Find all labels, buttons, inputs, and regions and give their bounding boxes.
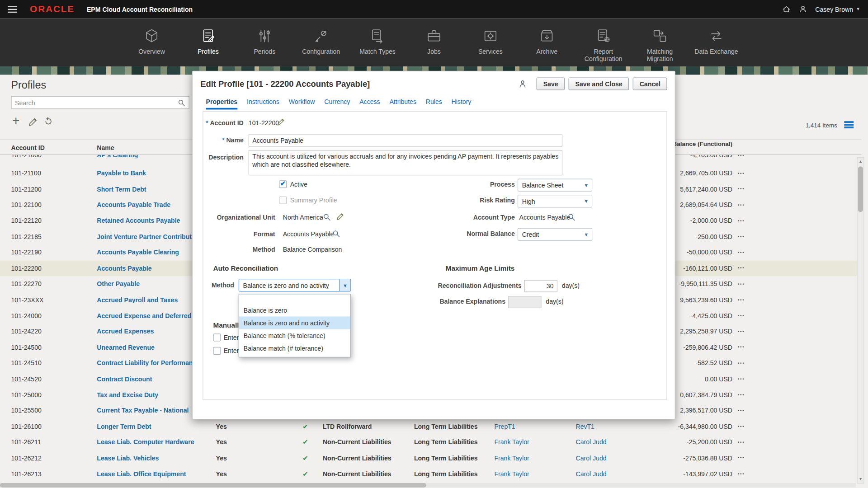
profile-name-link[interactable]: Longer Term Debt bbox=[97, 423, 216, 430]
format-search-icon[interactable] bbox=[332, 230, 340, 238]
reviewer-link[interactable]: Carol Judd bbox=[576, 471, 655, 478]
tab-workflow[interactable]: Workflow bbox=[289, 99, 315, 109]
nav-item-configuration[interactable]: Configuration bbox=[293, 28, 349, 62]
row-actions-button[interactable]: ••• bbox=[732, 218, 750, 223]
reviewer-link[interactable]: Carol Judd bbox=[576, 439, 655, 446]
enter-subsystem-balances-checkbox[interactable] bbox=[213, 347, 221, 355]
search-input[interactable] bbox=[15, 99, 178, 106]
vertical-scrollbar[interactable]: ▲ ▼ bbox=[857, 157, 864, 483]
scroll-down-arrow[interactable]: ▼ bbox=[858, 475, 863, 483]
reviewer-link[interactable]: RevT1 bbox=[576, 423, 655, 430]
row-actions-button[interactable]: ••• bbox=[732, 392, 750, 397]
org-unit-search-icon[interactable] bbox=[323, 213, 331, 221]
row-actions-button[interactable]: ••• bbox=[732, 234, 750, 239]
row-actions-button[interactable]: ••• bbox=[732, 266, 750, 271]
user-menu[interactable]: Casey Brown ▼ bbox=[815, 6, 860, 13]
nav-item-profiles[interactable]: Profiles bbox=[180, 28, 236, 62]
preparer-link[interactable]: Frank Taylor bbox=[494, 471, 576, 478]
dropdown-option-blank[interactable] bbox=[239, 296, 350, 304]
tab-properties[interactable]: Properties bbox=[206, 99, 238, 109]
dropdown-option[interactable]: Balance match (% tolerance) bbox=[239, 329, 350, 342]
auto-method-select[interactable]: Balance is zero and no activity ▼ bbox=[239, 279, 351, 291]
nav-item-services[interactable]: Services bbox=[462, 28, 519, 62]
row-actions-button[interactable]: ••• bbox=[732, 361, 750, 366]
name-input[interactable] bbox=[249, 135, 562, 147]
nav-item-jobs[interactable]: Jobs bbox=[406, 28, 462, 62]
nav-item-periods[interactable]: Periods bbox=[236, 28, 293, 62]
row-actions-button[interactable]: ••• bbox=[732, 250, 750, 255]
row-actions-button[interactable]: ••• bbox=[732, 424, 750, 429]
balance-explanations-input[interactable] bbox=[508, 296, 541, 308]
scroll-up-arrow[interactable]: ▲ bbox=[858, 158, 863, 165]
vertical-scroll-thumb[interactable] bbox=[858, 167, 863, 212]
nav-item-match-types[interactable]: Match Types bbox=[349, 28, 406, 62]
reconciliation-adjustments-input[interactable] bbox=[524, 280, 557, 292]
row-actions-button[interactable]: ••• bbox=[732, 297, 750, 302]
table-row[interactable]: 101-26213Lease Liab. Office EquipmentYes… bbox=[0, 466, 861, 482]
summary-profile-checkbox[interactable] bbox=[279, 197, 287, 204]
add-profile-button[interactable]: + bbox=[12, 114, 19, 126]
risk-rating-select[interactable]: High ▼ bbox=[518, 195, 592, 207]
row-actions-button[interactable]: ••• bbox=[732, 187, 750, 192]
nav-item-archive[interactable]: Archive bbox=[519, 28, 575, 62]
cancel-button[interactable]: Cancel bbox=[633, 77, 667, 90]
row-actions-button[interactable]: ••• bbox=[732, 345, 750, 350]
enter-source-system-balances-checkbox[interactable] bbox=[213, 333, 221, 341]
dropdown-option[interactable]: Balance match (# tolerance) bbox=[239, 342, 350, 355]
description-input[interactable]: This account is utilized for various acc… bbox=[249, 150, 562, 175]
account-type-search-icon[interactable] bbox=[567, 213, 576, 221]
horizontal-scrollbar[interactable] bbox=[0, 483, 856, 488]
row-actions-button[interactable]: ••• bbox=[732, 313, 750, 318]
tab-rules[interactable]: Rules bbox=[426, 99, 442, 109]
edit-account-id-pencil-icon[interactable] bbox=[277, 118, 285, 126]
tab-attributes[interactable]: Attributes bbox=[389, 99, 416, 109]
org-unit-pencil-icon[interactable] bbox=[336, 212, 344, 221]
table-row[interactable]: 101-26100Longer Term DebtYes✔LTD Rollfor… bbox=[0, 418, 861, 434]
nav-item-matching-migration[interactable]: Matching Migration bbox=[632, 28, 688, 62]
process-select[interactable]: Balance Sheet ▼ bbox=[518, 179, 592, 192]
tab-instructions[interactable]: Instructions bbox=[247, 99, 279, 109]
refresh-button[interactable] bbox=[44, 117, 53, 126]
nav-item-report-configuration[interactable]: Report Configuration bbox=[575, 28, 632, 62]
table-row[interactable]: 101-26212Lease Liab. VehiclesYes✔Non-Cur… bbox=[0, 450, 861, 466]
row-actions-button[interactable]: ••• bbox=[732, 329, 750, 334]
edit-profile-button[interactable] bbox=[28, 117, 38, 127]
table-row[interactable]: 101-26211Lease Liab. Computer HardwareYe… bbox=[0, 434, 861, 450]
normal-balance-select[interactable]: Credit ▼ bbox=[518, 228, 592, 240]
save-and-close-button[interactable]: Save and Close bbox=[569, 77, 629, 90]
active-checkbox[interactable] bbox=[279, 180, 287, 188]
header-account-id[interactable]: Account ID bbox=[11, 145, 44, 151]
profile-actions-icon[interactable] bbox=[519, 80, 528, 89]
profile-name-link[interactable]: Lease Liab. Vehicles bbox=[97, 455, 216, 462]
row-actions-button[interactable]: ••• bbox=[732, 155, 750, 158]
nav-item-data-exchange[interactable]: Data Exchange bbox=[688, 28, 745, 62]
header-name[interactable]: Name bbox=[97, 145, 114, 151]
tab-access[interactable]: Access bbox=[359, 99, 380, 109]
preparer-link[interactable]: Frank Taylor bbox=[494, 455, 576, 462]
row-actions-button[interactable]: ••• bbox=[732, 471, 750, 476]
preparer-link[interactable]: PrepT1 bbox=[494, 423, 576, 430]
preparer-link[interactable]: Frank Taylor bbox=[494, 439, 576, 446]
list-view-icon[interactable] bbox=[843, 119, 855, 131]
horizontal-scroll-thumb[interactable] bbox=[0, 483, 426, 488]
tab-history[interactable]: History bbox=[452, 99, 472, 109]
user-icon[interactable] bbox=[799, 5, 807, 13]
home-icon[interactable] bbox=[782, 5, 790, 13]
row-actions-button[interactable]: ••• bbox=[732, 202, 750, 207]
row-actions-button[interactable]: ••• bbox=[732, 455, 750, 460]
row-actions-button[interactable]: ••• bbox=[732, 282, 750, 286]
save-button[interactable]: Save bbox=[537, 77, 565, 90]
search-icon[interactable] bbox=[178, 99, 185, 107]
profile-name-link[interactable]: Lease Liab. Computer Hardware bbox=[97, 439, 216, 446]
dropdown-option[interactable]: Balance is zero bbox=[239, 304, 350, 316]
dropdown-option[interactable]: Balance is zero and no activity bbox=[239, 316, 350, 329]
row-actions-button[interactable]: ••• bbox=[732, 440, 750, 445]
profile-name-link[interactable]: Lease Liab. Office Equipment bbox=[97, 471, 216, 478]
nav-item-overview[interactable]: Overview bbox=[123, 28, 180, 62]
row-actions-button[interactable]: ••• bbox=[732, 376, 750, 381]
row-actions-button[interactable]: ••• bbox=[732, 408, 750, 413]
tab-currency[interactable]: Currency bbox=[324, 99, 350, 109]
hamburger-menu-icon[interactable] bbox=[0, 6, 24, 13]
row-actions-button[interactable]: ••• bbox=[732, 171, 750, 176]
reviewer-link[interactable]: Carol Judd bbox=[576, 455, 655, 462]
